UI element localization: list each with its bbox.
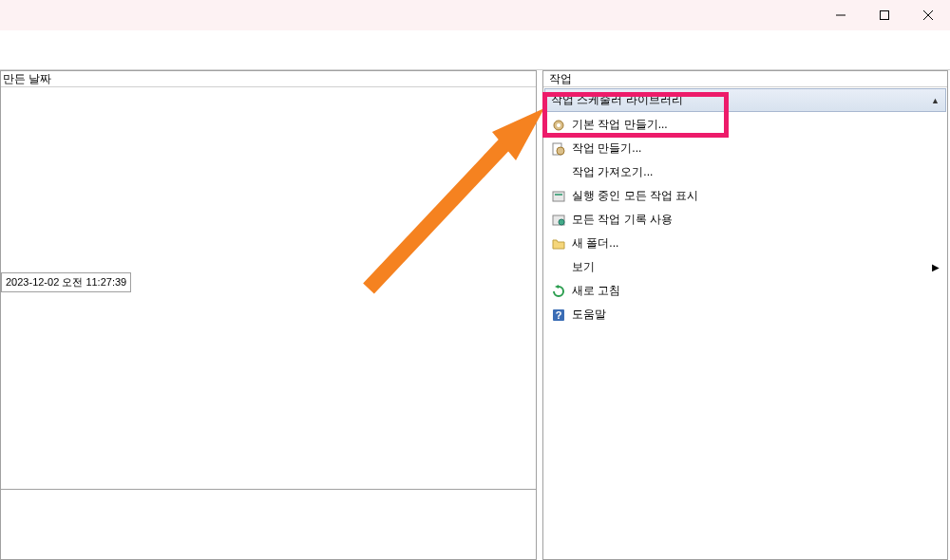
action-label: 새로 고침	[572, 283, 620, 299]
svg-point-11	[559, 219, 564, 225]
close-button[interactable]	[906, 0, 950, 30]
action-label: 도움말	[572, 307, 606, 323]
action-label: 모든 작업 기록 사용	[572, 212, 673, 228]
actions-pane: 작업 작업 스케줄러 라이브러리 ▲ 기본 작업 만들기... 작업 만들기..…	[542, 70, 948, 560]
refresh-icon	[551, 284, 566, 299]
new-folder-action[interactable]: 새 폴더...	[543, 232, 947, 255]
created-date-value[interactable]: 2023-12-02 오전 11:27:39	[1, 272, 131, 292]
svg-rect-9	[555, 194, 562, 196]
import-task-action[interactable]: 작업 가져오기...	[543, 160, 947, 184]
action-label: 보기	[572, 259, 595, 275]
action-label: 기본 작업 만들기...	[572, 117, 668, 133]
detail-divider	[1, 489, 536, 508]
svg-point-7	[557, 147, 564, 155]
action-label: 작업 가져오기...	[572, 164, 653, 180]
action-list: 기본 작업 만들기... 작업 만들기... 작업 가져오기... 실행 중인 …	[543, 113, 947, 327]
gear-icon	[551, 118, 566, 133]
view-action[interactable]: 보기 ▶	[543, 255, 947, 279]
submenu-arrow-icon: ▶	[932, 262, 940, 272]
toolbar-area	[0, 30, 950, 70]
actions-pane-title: 작업	[543, 71, 947, 87]
create-task-action[interactable]: 작업 만들기...	[543, 137, 947, 160]
blank-icon	[551, 260, 566, 275]
help-action[interactable]: ? 도움말	[543, 303, 947, 327]
action-label: 실행 중인 모든 작업 표시	[572, 188, 698, 204]
minimize-icon	[836, 10, 846, 20]
section-label: 작업 스케줄러 라이브러리	[551, 92, 683, 108]
maximize-button[interactable]	[863, 0, 906, 30]
gear-sheet-icon	[551, 141, 566, 157]
folder-icon	[551, 236, 566, 252]
main-area: 만든 날짜 2023-12-02 오전 11:27:39 작업 작업 스케줄러 …	[0, 70, 950, 560]
tasks-list-pane: 만든 날짜 2023-12-02 오전 11:27:39	[0, 70, 537, 560]
create-basic-task-action[interactable]: 기본 작업 만들기...	[543, 113, 947, 137]
actions-section-header[interactable]: 작업 스케줄러 라이브러리 ▲	[544, 88, 946, 112]
svg-point-5	[557, 123, 560, 127]
collapse-arrow-icon: ▲	[931, 96, 940, 105]
show-running-tasks-action[interactable]: 실행 중인 모든 작업 표시	[543, 184, 947, 208]
running-tasks-icon	[551, 189, 566, 204]
refresh-action[interactable]: 새로 고침	[543, 279, 947, 303]
enable-history-action[interactable]: 모든 작업 기록 사용	[543, 208, 947, 232]
minimize-button[interactable]	[819, 0, 863, 30]
column-header-created[interactable]: 만든 날짜	[1, 71, 536, 87]
svg-rect-1	[881, 11, 889, 20]
blank-icon	[551, 165, 566, 180]
help-icon: ?	[551, 308, 566, 323]
svg-text:?: ?	[556, 309, 562, 321]
svg-rect-8	[553, 192, 564, 201]
close-icon	[923, 10, 933, 20]
action-label: 작업 만들기...	[572, 140, 641, 157]
window-titlebar	[0, 0, 950, 30]
maximize-icon	[880, 10, 889, 20]
history-icon	[551, 213, 566, 228]
action-label: 새 폴더...	[572, 235, 618, 252]
